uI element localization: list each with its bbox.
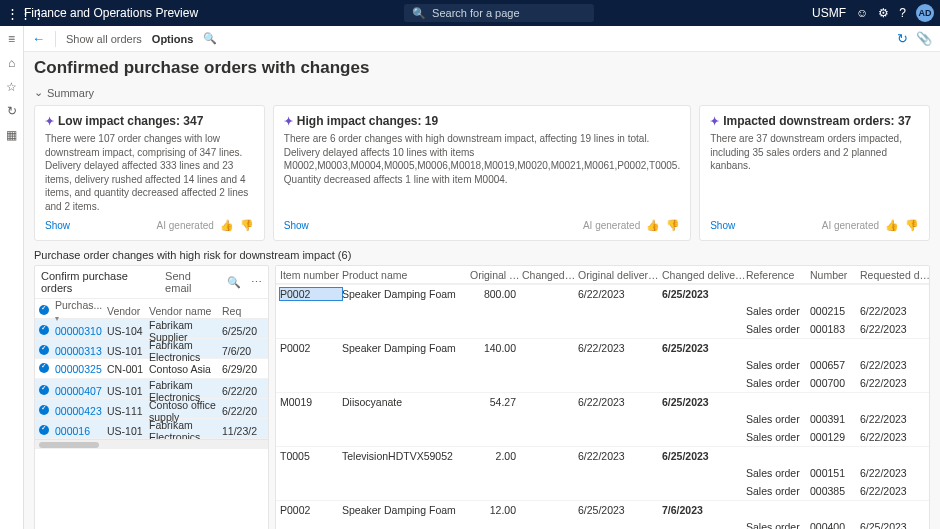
po-number[interactable]: 000016 xyxy=(55,425,107,437)
col-header[interactable]: Item number xyxy=(280,269,342,281)
tab-options[interactable]: Options xyxy=(152,33,194,45)
horizontal-scrollbar[interactable] xyxy=(35,439,268,449)
col-vendor[interactable]: Vendor xyxy=(107,305,149,317)
downstream-row[interactable]: Sales order 000700 6/22/2023 42.00 xyxy=(276,374,929,392)
col-header[interactable]: Product name xyxy=(342,269,470,281)
impact-row[interactable]: P0002 Speaker Damping Foam 12.00 6/25/20… xyxy=(276,500,929,518)
help-icon[interactable]: ? xyxy=(899,6,906,20)
po-number[interactable]: 00000325 xyxy=(55,363,107,375)
po-row[interactable]: 000016 US-101 Fabrikam Electronics 11/23… xyxy=(35,419,268,439)
nav-modules-icon[interactable]: ▦ xyxy=(6,128,17,142)
filter-icon[interactable]: 🔍 xyxy=(203,32,217,45)
impact-row[interactable]: P0002 Speaker Damping Foam 140.00 6/22/2… xyxy=(276,338,929,356)
downstream-row[interactable]: Sales order 000657 6/22/2023 14.00 xyxy=(276,356,929,374)
confirm-orders-button[interactable]: Confirm purchase orders xyxy=(41,270,155,294)
col-header[interactable]: Requested date xyxy=(860,269,929,281)
col-vendor-name[interactable]: Vendor name xyxy=(149,305,222,317)
vendor-id: US-101 xyxy=(107,425,149,437)
refresh-icon[interactable]: ↻ xyxy=(897,31,908,46)
po-row[interactable]: 00000423 US-111 Contoso office supply 6/… xyxy=(35,399,268,419)
original-date: 6/22/2023 xyxy=(578,288,662,300)
row-check[interactable] xyxy=(39,405,55,417)
more-icon[interactable]: ⋯ xyxy=(251,276,262,289)
card-title: Low impact changes: 347 xyxy=(58,114,203,128)
show-link[interactable]: Show xyxy=(710,220,735,231)
checkbox-header[interactable] xyxy=(39,305,55,317)
po-number[interactable]: 00000423 xyxy=(55,405,107,417)
summary-toggle[interactable]: ⌄ Summary xyxy=(34,86,930,99)
thumbs-up-icon[interactable]: 👍 xyxy=(220,219,234,232)
req-date: 6/25/20 xyxy=(222,325,264,337)
divider xyxy=(55,31,56,47)
row-check[interactable] xyxy=(39,385,55,397)
search-icon: 🔍 xyxy=(412,7,426,20)
page-title: Confirmed purchase orders with changes xyxy=(34,58,930,78)
emoji-icon[interactable]: ☺ xyxy=(856,6,868,20)
po-row[interactable]: 00000313 US-101 Fabrikam Electronics 7/6… xyxy=(35,339,268,359)
po-number[interactable]: 00000407 xyxy=(55,385,107,397)
vendor-id: US-101 xyxy=(107,385,149,397)
thumbs-up-icon[interactable]: 👍 xyxy=(646,219,660,232)
downstream-row[interactable]: Sales order 000215 6/22/2023 80.00 xyxy=(276,302,929,320)
col-header[interactable]: Changed q... xyxy=(522,269,578,281)
thumbs-up-icon[interactable]: 👍 xyxy=(885,219,899,232)
waffle-icon[interactable]: ⋮⋮⋮ xyxy=(6,6,24,21)
col-header[interactable]: Original q... xyxy=(470,269,522,281)
requested-date: 6/25/2023 xyxy=(860,521,930,529)
user-avatar[interactable]: AD xyxy=(916,4,934,22)
tab-show-all-orders[interactable]: Show all orders xyxy=(66,33,142,45)
reference-type: Sales order xyxy=(746,359,810,371)
settings-icon[interactable]: ⚙ xyxy=(878,6,889,20)
downstream-row[interactable]: Sales order 000391 6/22/2023 10.85 xyxy=(276,410,929,428)
product-name: Diisocyanate xyxy=(342,396,470,408)
global-search[interactable]: 🔍 Search for a page xyxy=(404,4,594,22)
original-date: 6/22/2023 xyxy=(578,450,662,462)
reference-type: Sales order xyxy=(746,305,810,317)
show-link[interactable]: Show xyxy=(45,220,70,231)
impact-row[interactable]: T0005 TelevisionHDTVX59052 2.00 6/22/202… xyxy=(276,446,929,464)
command-bar: ← Show all orders Options 🔍 ↻ 📎 xyxy=(24,26,940,52)
back-button[interactable]: ← xyxy=(32,31,45,46)
sparkle-icon: ✦ xyxy=(45,115,54,128)
reference-number: 000657 xyxy=(810,359,860,371)
downstream-row[interactable]: Sales order 000183 6/22/2023 80.00 xyxy=(276,320,929,338)
send-email-button[interactable]: Send email xyxy=(165,270,217,294)
col-req[interactable]: Req xyxy=(222,305,264,317)
nav-recent-icon[interactable]: ↻ xyxy=(7,104,17,118)
col-header[interactable]: Reference xyxy=(746,269,810,281)
col-header[interactable]: Original delivery d... xyxy=(578,269,662,281)
show-link[interactable]: Show xyxy=(284,220,309,231)
nav-star-icon[interactable]: ☆ xyxy=(6,80,17,94)
col-header[interactable]: Changed delivery d... xyxy=(662,269,746,281)
downstream-row[interactable]: Sales order 000385 6/22/2023 0.20 xyxy=(276,482,929,500)
thumbs-down-icon[interactable]: 👎 xyxy=(240,219,254,232)
search-icon[interactable]: 🔍 xyxy=(227,276,241,289)
ai-generated-label: AI generated xyxy=(822,220,879,231)
downstream-row[interactable]: Sales order 000129 6/22/2023 10.85 xyxy=(276,428,929,446)
ai-generated-label: AI generated xyxy=(157,220,214,231)
thumbs-down-icon[interactable]: 👎 xyxy=(905,219,919,232)
nav-menu-icon[interactable]: ≡ xyxy=(8,32,15,46)
row-check[interactable] xyxy=(39,345,55,357)
col-header[interactable]: Number xyxy=(810,269,860,281)
row-check[interactable] xyxy=(39,325,55,337)
po-number[interactable]: 00000313 xyxy=(55,345,107,357)
thumbs-down-icon[interactable]: 👎 xyxy=(666,219,680,232)
downstream-row[interactable]: Sales order 000151 6/22/2023 0.20 xyxy=(276,464,929,482)
nav-home-icon[interactable]: ⌂ xyxy=(8,56,15,70)
item-number[interactable]: P0002 xyxy=(280,288,342,300)
col-po[interactable]: Purchas... xyxy=(55,299,107,323)
po-row[interactable]: 00000325 CN-001 Contoso Asia 6/29/20 xyxy=(35,359,268,379)
row-check[interactable] xyxy=(39,425,55,437)
product-name: Speaker Damping Foam xyxy=(342,288,470,300)
downstream-row[interactable]: Sales order 000400 6/25/2023 3.60 xyxy=(276,518,929,529)
original-date: 6/22/2023 xyxy=(578,396,662,408)
item-number: T0005 xyxy=(280,450,342,462)
impact-row[interactable]: M0019 Diisocyanate 54.27 6/22/2023 6/25/… xyxy=(276,392,929,410)
entity-label[interactable]: USMF xyxy=(812,6,846,20)
row-check[interactable] xyxy=(39,363,55,375)
po-number[interactable]: 00000310 xyxy=(55,325,107,337)
attach-icon[interactable]: 📎 xyxy=(916,31,932,46)
po-row[interactable]: 00000407 US-101 Fabrikam Electronics 6/2… xyxy=(35,379,268,399)
impact-row[interactable]: P0002 Speaker Damping Foam 800.00 6/22/2… xyxy=(276,284,929,302)
